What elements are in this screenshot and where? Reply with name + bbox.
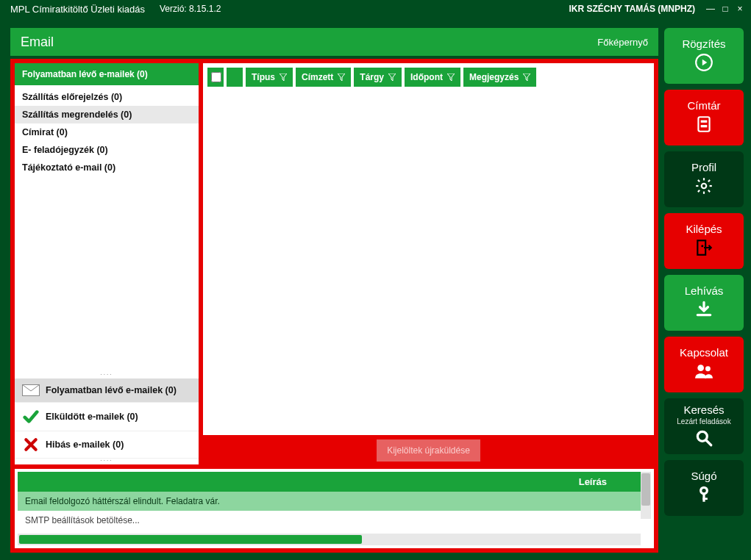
svg-line-19 (706, 440, 711, 445)
col-tipus[interactable]: Típus (246, 68, 293, 87)
col-label: Címzett (302, 72, 333, 82)
email-grid: Típus Címzett Tárgy (203, 63, 654, 435)
right-panel: Típus Címzett Tárgy (203, 63, 654, 464)
window-buttons: — □ × (705, 4, 745, 14)
action-kilepes[interactable]: Kilépés (664, 213, 744, 269)
svg-line-10 (698, 180, 700, 182)
log-panel: Leírás Email feldolgozó háttérszál elind… (15, 469, 654, 548)
tree-item[interactable]: E- feladójegyzék (0) (15, 141, 199, 159)
folder-sent[interactable]: Elküldött e-mailek (0) (15, 403, 199, 431)
folder-error[interactable]: Hibás e-mailek (0) (15, 431, 199, 459)
download-icon (694, 300, 713, 321)
col-cimzett[interactable]: Címzett (296, 68, 351, 87)
folder-label: Folyamatban lévő e-mailek (0) (46, 385, 177, 395)
vertical-scrollbar[interactable] (641, 472, 651, 519)
svg-point-17 (705, 366, 711, 371)
select-all-checkbox[interactable] (207, 68, 224, 87)
svg-rect-4 (701, 125, 708, 127)
col-megjegyzes[interactable]: Megjegyzés (463, 68, 536, 87)
action-lehivas[interactable]: Lehívás (664, 275, 744, 331)
horizontal-scrollbar[interactable] (18, 534, 641, 545)
filter-icon[interactable] (447, 73, 455, 81)
resend-selected-button[interactable]: Kijelöltek újraküldése (377, 439, 480, 462)
col-label: Tárgy (360, 72, 384, 82)
check-icon (22, 409, 40, 425)
close-button[interactable]: × (735, 4, 745, 14)
key-icon (694, 485, 713, 506)
action-profil[interactable]: Profil (664, 151, 744, 207)
action-rogzites[interactable]: Rögzítés (664, 28, 744, 84)
action-label: Címtár (688, 99, 721, 112)
action-label: Súgó (691, 470, 716, 482)
svg-line-11 (708, 190, 710, 192)
tree-header: Folyamatban lévő e-mailek (0) (15, 63, 199, 85)
action-label: Lehívás (685, 284, 724, 297)
svg-rect-21 (702, 493, 705, 502)
folder-label: Hibás e-mailek (0) (46, 439, 124, 450)
svg-rect-2 (698, 117, 709, 132)
folder-list: Folyamatban lévő e-mailek (0) Elküldött … (15, 378, 199, 459)
svg-rect-22 (702, 498, 708, 500)
log-row: Email feldolgozó háttérszál elindult. Fe… (18, 492, 651, 511)
gear-icon (694, 176, 713, 198)
svg-point-16 (697, 365, 704, 371)
col-targy[interactable]: Tárgy (354, 68, 402, 87)
select-all-input[interactable] (211, 72, 221, 82)
search-icon (694, 428, 713, 450)
col-idopont[interactable]: Időpont (405, 68, 460, 87)
tree-item[interactable]: Címirat (0) (15, 123, 199, 141)
tree-item[interactable]: Szállítás megrendelés (0) (15, 106, 199, 123)
svg-point-5 (702, 184, 707, 189)
title-bar: MPL Címiratkitöltő Üzleti kiadás Verzió:… (0, 0, 751, 18)
people-icon (694, 362, 713, 383)
address-book-icon (694, 115, 713, 136)
svg-point-15 (701, 245, 703, 247)
filter-icon[interactable] (388, 73, 396, 81)
action-kapcsolat[interactable]: Kapcsolat (664, 337, 744, 392)
log-row: SMTP beállítások betöltése... (18, 511, 651, 530)
exit-icon (694, 238, 713, 259)
filter-icon[interactable] (280, 73, 287, 81)
maximize-button[interactable]: □ (720, 4, 730, 14)
x-icon (22, 437, 40, 452)
filter-icon[interactable] (523, 73, 530, 81)
filter-icon[interactable] (338, 73, 345, 81)
grid-header-blank (227, 68, 243, 87)
col-label: Megjegyzés (469, 72, 519, 82)
tree-item[interactable]: Szállítás előrejelzés (0) (15, 88, 199, 106)
envelope-icon (22, 384, 40, 396)
col-label: Időpont (410, 72, 443, 82)
folder-label: Elküldött e-mailek (0) (46, 412, 138, 422)
action-kereses[interactable]: Keresés Lezárt feladások (664, 398, 744, 454)
app-title: MPL Címiratkitöltő Üzleti kiadás (10, 4, 145, 15)
app-version: Verzió: 8.15.1.2 (160, 4, 221, 14)
tree: Szállítás előrejelzés (0) Szállítás megr… (15, 85, 199, 373)
breadcrumb[interactable]: Főképernyő (597, 37, 648, 48)
grid-header: Típus Címzett Tárgy (203, 63, 654, 91)
page-title: Email (21, 35, 597, 50)
left-panel: Folyamatban lévő e-mailek (0) Szállítás … (15, 63, 199, 464)
splitter[interactable]: ···· (15, 373, 199, 378)
current-user: IKR SZÉCHY TAMÁS (MNPHZ) (569, 4, 695, 14)
content-frame: Folyamatban lévő e-mailek (0) Szállítás … (10, 59, 658, 553)
svg-line-13 (708, 180, 710, 182)
col-label: Típus (252, 72, 275, 82)
action-sidebar: Rögzítés Címtár Profil Kilépés Lehívás K… (664, 28, 744, 553)
action-label: Profil (691, 161, 716, 173)
svg-point-20 (701, 487, 708, 494)
splitter[interactable]: ···· (15, 459, 199, 464)
action-label: Kilépés (686, 223, 722, 235)
svg-line-12 (698, 190, 700, 192)
action-sugo[interactable]: Súgó (664, 460, 744, 516)
page-header: Email Főképernyő (10, 28, 658, 56)
action-sublabel: Lezárt feladások (677, 417, 730, 426)
folder-in-progress[interactable]: Folyamatban lévő e-mailek (0) (15, 378, 199, 403)
minimize-button[interactable]: — (705, 4, 716, 14)
action-label: Kapcsolat (680, 346, 728, 359)
log-header: Leírás (18, 472, 651, 492)
play-icon (694, 53, 713, 74)
action-label: Keresés (683, 403, 724, 416)
svg-rect-3 (701, 121, 708, 123)
tree-item[interactable]: Tájékoztató e-mail (0) (15, 159, 199, 176)
action-cimtar[interactable]: Címtár (664, 90, 744, 146)
